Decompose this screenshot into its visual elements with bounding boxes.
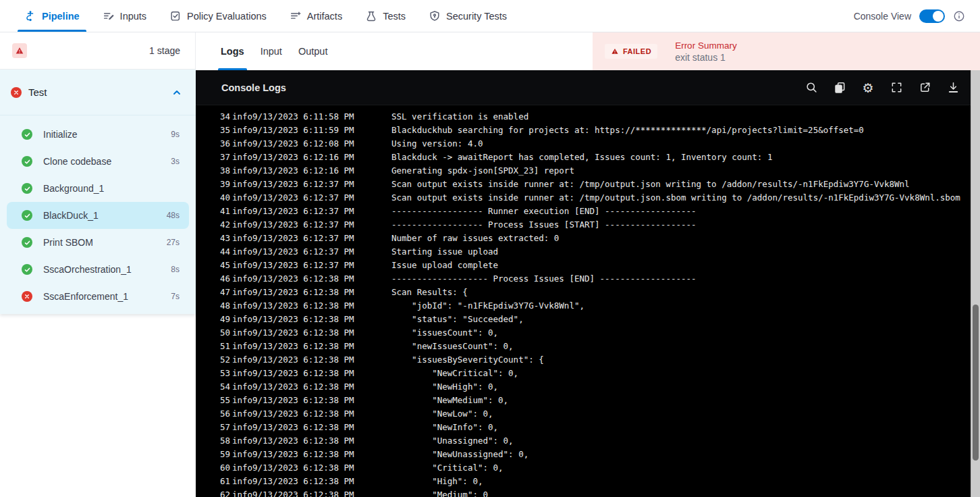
log-line: 62 info 9/13/2023 6:12:38 PM "Medium": 0 [196, 488, 980, 497]
log-message: ------------------ Runner execution [END… [391, 206, 980, 216]
tab-logs[interactable]: Logs [213, 32, 252, 70]
log-timestamp: 9/13/2023 6:12:38 PM [252, 409, 391, 419]
log-message: "NewMedium": 0, [391, 395, 980, 405]
log-level: info [232, 409, 252, 419]
nav-tab-artifacts[interactable]: Artifacts [283, 0, 349, 32]
stage-panel: Test Initialize 9s Clone codebase 3s Bac… [0, 70, 196, 314]
nav-tab-security-tests[interactable]: Security Tests [422, 0, 514, 32]
log-line-number: 41 [220, 206, 232, 216]
failed-badge-label: FAILED [623, 47, 651, 55]
success-check-icon [22, 156, 32, 167]
log-line: 54 info 9/13/2023 6:12:38 PM "NewHigh": … [196, 380, 980, 393]
step-row-clone-codebase[interactable]: Clone codebase 3s [7, 148, 189, 175]
log-line-number: 60 [220, 463, 232, 473]
log-line: 61 info 9/13/2023 6:12:38 PM "High": 0, [196, 474, 980, 488]
log-timestamp: 9/13/2023 6:12:38 PM [252, 449, 391, 459]
log-line: 52 info 9/13/2023 6:12:38 PM "issuesBySe… [196, 352, 980, 366]
log-line: 43 info 9/13/2023 6:12:37 PM Number of r… [196, 231, 980, 244]
tests-icon [365, 10, 377, 22]
log-message: "Critical": 0, [391, 463, 980, 473]
console-scrollbar-thumb[interactable] [973, 305, 979, 461]
failed-badge: FAILED [605, 44, 657, 59]
log-level: info [232, 165, 252, 176]
tab-input[interactable]: Input [252, 32, 290, 70]
step-row-blackduck-1[interactable]: BlackDuck_1 48s [7, 202, 189, 229]
log-timestamp: 9/13/2023 6:12:38 PM [252, 328, 391, 338]
log-timestamp: 9/13/2023 6:11:58 PM [252, 111, 391, 122]
log-line: 42 info 9/13/2023 6:12:37 PM -----------… [196, 217, 980, 231]
log-line-number: 56 [220, 409, 232, 419]
log-timestamp: 9/13/2023 6:12:38 PM [252, 476, 391, 486]
log-level: info [232, 206, 252, 216]
log-timestamp: 9/13/2023 6:12:37 PM [252, 246, 391, 257]
stage-row-test[interactable]: Test [0, 70, 196, 115]
log-level: info [232, 179, 252, 189]
settings-icon[interactable]: ⚙ [861, 81, 875, 95]
log-timestamp: 9/13/2023 6:12:38 PM [252, 436, 391, 446]
step-row-print-sbom[interactable]: Print SBOM 27s [7, 229, 189, 256]
log-line-number: 42 [220, 219, 232, 230]
tab-label: Output [298, 46, 328, 57]
step-duration: 9s [171, 130, 180, 139]
copy-icon[interactable] [833, 81, 846, 95]
log-line-number: 44 [220, 246, 232, 257]
log-timestamp: 9/13/2023 6:12:38 PM [252, 273, 391, 284]
console-view-toggle[interactable] [919, 9, 945, 23]
log-line: 56 info 9/13/2023 6:12:38 PM "NewLow": 0… [196, 407, 980, 420]
step-name: BlackDuck_1 [43, 210, 99, 221]
nav-tab-label: Artifacts [307, 11, 342, 22]
log-area: 34 info 9/13/2023 6:11:58 PM SSL verific… [196, 105, 980, 497]
log-level: info [232, 273, 252, 284]
nav-tab-policy-evaluations[interactable]: Policy Evaluations [163, 0, 273, 32]
step-row-background-1[interactable]: Background_1 [7, 175, 189, 202]
log-line-number: 55 [220, 395, 232, 405]
nav-tab-pipeline[interactable]: Pipeline [18, 0, 86, 32]
log-list: 34 info 9/13/2023 6:11:58 PM SSL verific… [196, 109, 980, 497]
log-level: info [232, 152, 252, 162]
stage-error-chip [12, 43, 27, 58]
log-line: 55 info 9/13/2023 6:12:38 PM "NewMedium"… [196, 393, 980, 407]
open-in-new-icon[interactable] [918, 81, 931, 95]
pipeline-icon [24, 10, 36, 22]
log-timestamp: 9/13/2023 6:12:38 PM [252, 300, 391, 311]
info-icon[interactable] [953, 10, 965, 22]
log-message: "NewLow": 0, [391, 409, 980, 419]
console-view-label: Console View [854, 11, 911, 22]
log-line: 37 info 9/13/2023 6:12:16 PM Blackduck -… [196, 150, 980, 163]
log-timestamp: 9/13/2023 6:12:38 PM [252, 368, 391, 378]
search-icon[interactable] [805, 81, 818, 95]
download-icon[interactable] [946, 81, 960, 95]
log-message: Starting issue upload [391, 246, 980, 257]
console-logs-header: Console Logs ⚙ [196, 70, 980, 105]
content-tabs: LogsInputOutput [213, 32, 335, 70]
step-row-sscaorchestration-1[interactable]: SscaOrchestration_1 8s [7, 256, 189, 283]
nav-tab-inputs[interactable]: Inputs [96, 0, 154, 32]
log-line-number: 45 [220, 260, 232, 270]
nav-tab-tests[interactable]: Tests [358, 0, 412, 32]
log-line-number: 53 [220, 368, 232, 378]
log-line: 34 info 9/13/2023 6:11:58 PM SSL verific… [196, 109, 980, 123]
tab-output[interactable]: Output [290, 32, 336, 70]
log-level: info [232, 490, 252, 497]
step-name: Initialize [43, 129, 78, 140]
log-level: info [232, 192, 252, 203]
console-scrollbar[interactable] [971, 70, 980, 497]
log-line-number: 59 [220, 449, 232, 459]
step-row-sscaenforcement-1[interactable]: SscaEnforcement_1 7s [7, 283, 189, 310]
log-line-number: 52 [220, 355, 232, 365]
log-level: info [232, 287, 252, 297]
log-message: Blackduckhub searching for projects at: … [391, 125, 980, 135]
log-message: Scan output exists inside runner at: /tm… [391, 192, 980, 203]
log-level: info [232, 233, 252, 243]
log-level: info [232, 246, 252, 257]
log-timestamp: 9/13/2023 6:12:38 PM [252, 463, 391, 473]
top-nav-right: Console View [854, 0, 980, 32]
log-level: info [232, 382, 252, 392]
step-row-initialize[interactable]: Initialize 9s [7, 121, 189, 148]
chevron-up-icon[interactable] [171, 87, 182, 98]
log-line: 51 info 9/13/2023 6:12:38 PM "newIssuesC… [196, 339, 980, 352]
fullscreen-icon[interactable] [890, 81, 903, 95]
log-level: info [232, 341, 252, 351]
log-timestamp: 9/13/2023 6:12:38 PM [252, 422, 391, 432]
log-message: Generating spdx-json[SPDX_23] report [391, 165, 980, 176]
